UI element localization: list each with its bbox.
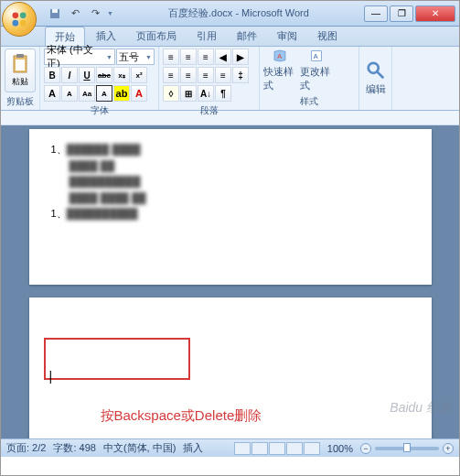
font-size-select[interactable]: 五号▼ (116, 49, 155, 65)
tab-references[interactable]: 引用 (187, 27, 226, 46)
font-name-select[interactable]: 宋体 (中文正)▼ (44, 49, 115, 65)
tab-mailings[interactable]: 邮件 (228, 27, 266, 46)
indent-dec-button[interactable]: ◀ (215, 49, 231, 65)
status-mode[interactable]: 插入 (183, 441, 203, 455)
styles-group-label: 样式 (263, 94, 355, 108)
borders-button[interactable]: ⊞ (180, 85, 197, 102)
document-area[interactable]: 1、██████ ████ ████ ██ ██████████ ████ ██… (1, 125, 459, 438)
svg-point-1 (20, 13, 27, 19)
svg-point-12 (368, 63, 378, 73)
minimize-button[interactable]: — (364, 5, 388, 22)
zoom-slider[interactable] (375, 447, 439, 450)
svg-point-0 (13, 13, 19, 19)
grow-font-button[interactable]: A (44, 85, 60, 102)
highlight-button[interactable]: ab (113, 85, 130, 102)
highlight-box (44, 338, 190, 380)
strike-button[interactable]: abc (96, 67, 112, 83)
quick-access-toolbar: ↶ ↷ ▼ (47, 5, 113, 22)
align-left-button[interactable]: ≡ (163, 67, 179, 83)
svg-rect-5 (52, 9, 58, 13)
subscript-button[interactable]: x₂ (113, 67, 130, 83)
svg-rect-8 (16, 60, 25, 70)
editing-button[interactable]: 编辑 (363, 60, 389, 97)
group-clipboard: 粘贴 剪贴板 (1, 47, 40, 110)
qat-customize-icon[interactable]: ▼ (107, 10, 113, 16)
underline-button[interactable]: U (79, 67, 95, 83)
maximize-button[interactable]: ❐ (390, 5, 413, 22)
group-font: 宋体 (中文正)▼ 五号▼ B I U abc x₂ x² A A Aa A a… (40, 47, 159, 110)
group-styles: A 快速样式 A 更改样式 样式 (260, 47, 359, 110)
superscript-button[interactable]: x² (131, 67, 147, 83)
justify-button[interactable]: ≡ (215, 67, 231, 83)
status-words[interactable]: 字数: 498 (53, 441, 95, 455)
line-spacing-button[interactable]: ‡ (232, 67, 249, 83)
find-icon (366, 60, 386, 81)
zoom-thumb[interactable] (403, 443, 411, 452)
sort-button[interactable]: A↓ (198, 85, 214, 102)
indent-inc-button[interactable]: ▶ (232, 49, 249, 65)
tab-review[interactable]: 审阅 (268, 27, 306, 46)
paste-label: 粘贴 (12, 76, 28, 88)
font-color-button[interactable]: A (131, 85, 147, 102)
undo-icon[interactable]: ↶ (67, 5, 83, 22)
font-group-label: 字体 (44, 103, 155, 117)
align-center-button[interactable]: ≡ (180, 67, 197, 83)
change-styles-icon: A (306, 49, 326, 63)
align-right-button[interactable]: ≡ (198, 67, 214, 83)
print-layout-view[interactable] (234, 442, 251, 455)
svg-point-2 (13, 20, 19, 27)
svg-text:A: A (314, 52, 318, 60)
show-marks-button[interactable]: ¶ (215, 85, 231, 102)
page-2[interactable]: | 按Backspace或Delete删除 (29, 298, 432, 438)
outline-view[interactable] (286, 442, 303, 455)
zoom-out-button[interactable]: − (360, 443, 371, 454)
doc-text[interactable]: 1、██████ ████ ████ ██ ██████████ ████ ██… (51, 142, 410, 222)
paste-button[interactable]: 粘贴 (5, 49, 36, 92)
svg-text:A: A (277, 52, 282, 60)
shading-button[interactable]: ◊ (163, 85, 179, 102)
clear-format-button[interactable]: Aa (79, 85, 95, 102)
page-1[interactable]: 1、██████ ████ ████ ██ ██████████ ████ ██… (29, 129, 432, 285)
paragraph-group-label: 段落 (163, 103, 255, 117)
draft-view[interactable] (304, 442, 320, 455)
redo-icon[interactable]: ↷ (87, 5, 103, 22)
status-page[interactable]: 页面: 2/2 (6, 441, 46, 455)
group-editing: 编辑 (359, 47, 392, 110)
multilevel-button[interactable]: ≡ (198, 49, 214, 65)
office-button[interactable] (2, 2, 37, 37)
statusbar: 页面: 2/2 字数: 498 中文(简体, 中国) 插入 100% − + (1, 438, 459, 457)
zoom-in-button[interactable]: + (443, 443, 454, 454)
hint-text: 按Backspace或Delete删除 (101, 407, 262, 425)
char-border-button[interactable]: A (96, 85, 112, 102)
quick-styles-button[interactable]: A 快速样式 (263, 49, 296, 92)
group-paragraph: ≡ ≡ ≡ ◀ ▶ ≡ ≡ ≡ ≡ ‡ ◊ ⊞ A↓ ¶ 段落 (159, 47, 260, 110)
titlebar: ↶ ↷ ▼ 百度经验.docx - Microsoft Word — ❐ ✕ (1, 1, 459, 27)
ribbon: 粘贴 剪贴板 宋体 (中文正)▼ 五号▼ B I U abc x₂ x² A A… (1, 47, 459, 111)
full-screen-view[interactable] (251, 442, 268, 455)
styles-icon: A (270, 49, 290, 63)
bold-button[interactable]: B (44, 67, 60, 83)
change-styles-button[interactable]: A 更改样式 (300, 49, 333, 92)
numbering-button[interactable]: ≡ (180, 49, 197, 65)
text-cursor: | (49, 369, 53, 384)
tab-layout[interactable]: 页面布局 (127, 27, 186, 46)
clipboard-group-label: 剪贴板 (5, 94, 36, 108)
zoom-control: − + (360, 443, 454, 454)
svg-rect-7 (16, 54, 24, 58)
shrink-font-button[interactable]: A (61, 85, 78, 102)
zoom-level[interactable]: 100% (327, 443, 353, 454)
status-lang[interactable]: 中文(简体, 中国) (103, 441, 176, 455)
window-controls: — ❐ ✕ (364, 5, 455, 22)
window-title: 百度经验.docx - Microsoft Word (113, 6, 364, 20)
svg-point-3 (20, 20, 27, 27)
close-button[interactable]: ✕ (415, 5, 455, 22)
svg-line-13 (377, 71, 383, 78)
web-layout-view[interactable] (269, 442, 285, 455)
save-icon[interactable] (47, 5, 63, 22)
view-buttons (234, 442, 320, 455)
italic-button[interactable]: I (61, 67, 78, 83)
tab-view[interactable]: 视图 (308, 27, 347, 46)
bullets-button[interactable]: ≡ (163, 49, 179, 65)
clipboard-icon (11, 54, 29, 74)
